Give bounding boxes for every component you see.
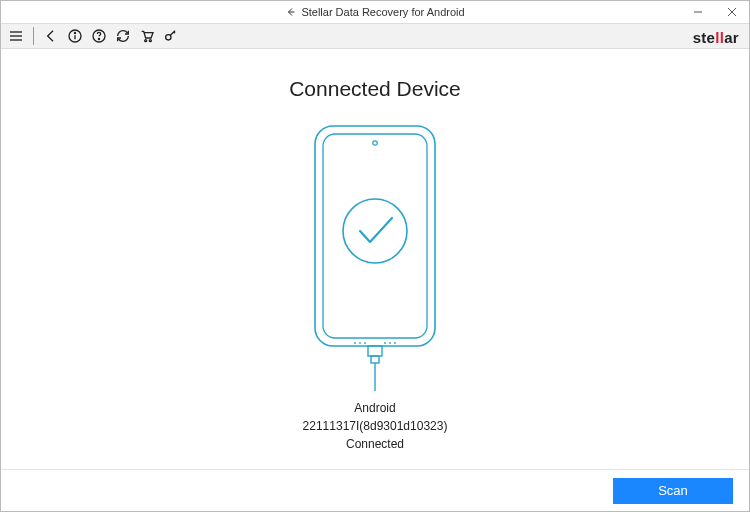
hamburger-menu-icon[interactable]	[7, 27, 25, 45]
app-back-icon	[285, 6, 297, 18]
window-title: Stellar Data Recovery for Android	[301, 6, 464, 18]
info-icon[interactable]	[66, 27, 84, 45]
footer-bar: Scan	[1, 469, 749, 511]
main-content: Connected Device	[1, 49, 749, 469]
toolbar-divider	[33, 27, 34, 45]
svg-point-16	[373, 141, 377, 145]
close-button[interactable]	[715, 1, 749, 23]
svg-point-19	[364, 342, 366, 344]
svg-point-8	[74, 32, 75, 33]
svg-point-10	[98, 38, 99, 39]
svg-point-22	[394, 342, 396, 344]
svg-point-18	[359, 342, 361, 344]
scan-button[interactable]: Scan	[613, 478, 733, 504]
svg-point-17	[354, 342, 356, 344]
svg-point-13	[166, 35, 171, 40]
svg-point-21	[389, 342, 391, 344]
cart-icon[interactable]	[138, 27, 156, 45]
svg-point-11	[145, 40, 147, 42]
key-icon[interactable]	[162, 27, 180, 45]
device-type: Android	[303, 399, 448, 417]
svg-rect-24	[368, 346, 382, 356]
page-title: Connected Device	[289, 77, 461, 101]
help-icon[interactable]	[90, 27, 108, 45]
title-bar: Stellar Data Recovery for Android	[1, 1, 749, 23]
svg-point-23	[343, 199, 407, 263]
back-arrow-icon[interactable]	[42, 27, 60, 45]
toolbar: stellar	[1, 23, 749, 49]
device-status: Connected	[303, 435, 448, 453]
svg-point-12	[149, 40, 151, 42]
refresh-icon[interactable]	[114, 27, 132, 45]
device-illustration: Android 22111317I(8d9301d10323) Connecte…	[300, 121, 450, 453]
brand-logo: stellar	[693, 24, 739, 50]
svg-point-20	[384, 342, 386, 344]
svg-rect-25	[371, 356, 379, 363]
minimize-button[interactable]	[681, 1, 715, 23]
app-window: Stellar Data Recovery for Android	[0, 0, 750, 512]
device-id: 22111317I(8d9301d10323)	[303, 417, 448, 435]
